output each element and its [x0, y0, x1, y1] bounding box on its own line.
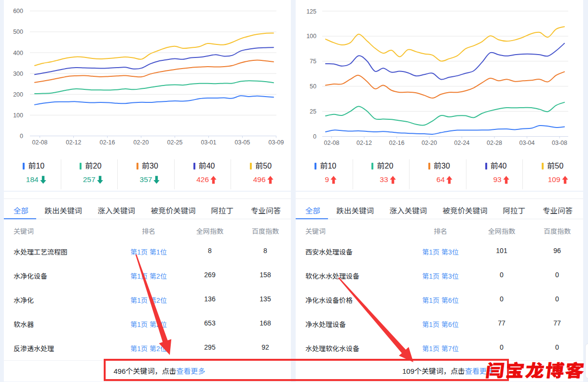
svg-text:200: 200 [13, 91, 23, 98]
svg-text:400: 400 [13, 50, 23, 57]
svg-text:03-04: 03-04 [520, 140, 535, 146]
svg-text:03-01: 03-01 [201, 139, 217, 146]
svg-text:0: 0 [313, 133, 316, 140]
svg-text:50: 50 [310, 83, 316, 90]
svg-text:02-25: 02-25 [167, 139, 183, 146]
svg-text:02-12: 02-12 [356, 140, 372, 146]
svg-text:300: 300 [13, 71, 23, 77]
svg-text:125: 125 [306, 8, 316, 15]
svg-text:75: 75 [310, 58, 316, 65]
svg-text:02-24: 02-24 [454, 140, 470, 146]
svg-text:25: 25 [310, 108, 316, 115]
svg-text:03-05: 03-05 [235, 139, 250, 146]
svg-text:100: 100 [13, 112, 23, 119]
svg-text:500: 500 [13, 28, 23, 35]
svg-text:02-08: 02-08 [32, 139, 48, 146]
svg-text:03-08: 03-08 [552, 140, 567, 146]
svg-text:600: 600 [13, 8, 23, 14]
svg-text:02-28: 02-28 [487, 140, 502, 146]
svg-text:02-08: 02-08 [324, 140, 340, 146]
svg-text:02-20: 02-20 [134, 139, 149, 146]
svg-text:0: 0 [20, 133, 23, 140]
svg-text:02-16: 02-16 [100, 139, 115, 146]
svg-text:100: 100 [306, 33, 316, 40]
svg-text:02-20: 02-20 [422, 140, 437, 146]
svg-text:02-12: 02-12 [66, 139, 82, 146]
svg-text:03-09: 03-09 [269, 139, 284, 146]
svg-text:02-16: 02-16 [389, 140, 405, 146]
